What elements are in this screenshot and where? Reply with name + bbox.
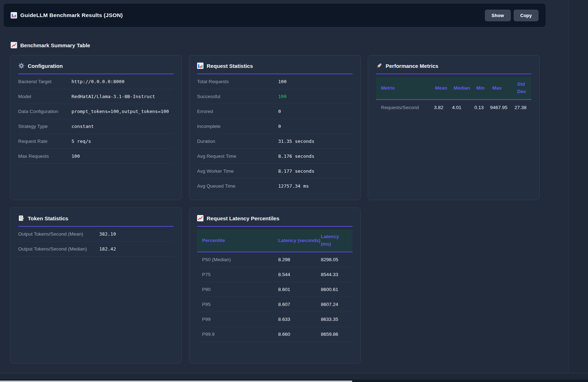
chart-up-icon <box>197 215 203 221</box>
stat-row: Avg Worker Time 8.177 seconds <box>197 164 353 179</box>
card-title: Request Statistics <box>207 63 253 69</box>
rocket-icon <box>376 63 382 69</box>
column-header: Mean <box>435 85 454 92</box>
performance-metrics-card: Performance Metrics Metric Mean Median M… <box>368 55 540 200</box>
topbar: GuideLLM Benchmark Results (JSON) Show C… <box>3 3 546 27</box>
row-value: prompt_tokens=100,output_tokens=100 <box>71 109 169 114</box>
stat-row: Duration 31.35 seconds <box>197 134 353 149</box>
bottom-light-strip <box>0 381 352 382</box>
row-value: constant <box>71 124 94 129</box>
row-label: Data Configuration <box>18 109 71 114</box>
performance-metrics-table: Metric Mean Median Min Max Std Dev Reque… <box>376 77 531 115</box>
row-value: 8.177 seconds <box>278 168 314 174</box>
row-value: 382.10 <box>99 231 116 237</box>
table-row: P95 8.607 8607.24 <box>197 297 353 312</box>
request-statistics-card: Request Statistics Total Requests 100 Su… <box>189 55 361 200</box>
latency-percentiles-card-title: Request Latency Percentiles <box>197 214 353 222</box>
column-header: Percentile <box>202 237 278 244</box>
row-label: Strategy Type <box>18 124 71 129</box>
token-row: Output Tokens/Second (Median) 182.42 <box>18 242 174 257</box>
stat-row: Total Requests 100 <box>197 74 353 89</box>
row-value: 8.176 seconds <box>278 154 314 159</box>
right-gutter <box>570 0 588 373</box>
page-title: GuideLLM Benchmark Results (JSON) <box>20 12 123 18</box>
request-statistics-card-title: Request Statistics <box>197 62 353 70</box>
column-header: Latency (seconds) <box>278 237 321 244</box>
section-title: Benchmark Summary Table <box>20 42 90 48</box>
table-row: Requests/Second 3.82 4.01 0.13 9467.95 2… <box>376 100 531 115</box>
row-label: Avg Request Time <box>197 154 278 159</box>
row-label: Incomplete <box>197 124 278 129</box>
metric-median: 4.01 <box>452 105 475 110</box>
row-label: Avg Queued Time <box>197 183 278 189</box>
config-row: Model RedHatAI/Llama-3.1-8B-Instruct <box>18 89 174 104</box>
config-row: Backend Target http://0.0.0.0:8000 <box>18 74 174 89</box>
row-label: Errored <box>197 109 278 114</box>
table-row: P75 8.544 8544.33 <box>197 267 353 282</box>
latency-seconds: 8.601 <box>278 287 321 292</box>
row-value: http://0.0.0.0:8000 <box>71 79 125 84</box>
configuration-card: Configuration Backend Target http://0.0.… <box>10 55 182 200</box>
row-value: 31.35 seconds <box>278 139 314 144</box>
row-label: Backend Target <box>18 79 71 84</box>
configuration-card-title: Configuration <box>18 62 174 70</box>
metric-std-dev: 27.38 <box>514 105 526 110</box>
latency-ms: 8659.86 <box>321 332 348 337</box>
column-header: Latency (ms) <box>321 233 348 248</box>
percentile-label: P75 <box>202 272 278 277</box>
topbar-title-wrap: GuideLLM Benchmark Results (JSON) <box>11 12 123 18</box>
chart-up-icon <box>11 42 17 48</box>
memo-icon <box>18 215 25 221</box>
gear-icon <box>18 63 25 69</box>
latency-seconds: 8.633 <box>278 317 321 322</box>
column-header: Metric <box>381 85 435 92</box>
latency-ms: 8633.35 <box>321 317 348 322</box>
percentile-label: P95 <box>202 302 278 307</box>
metric-max: 9467.95 <box>490 105 515 110</box>
token-statistics-rows: Output Tokens/Second (Mean) 382.10 Outpu… <box>18 227 174 257</box>
show-button[interactable]: Show <box>485 10 511 21</box>
row-label: Model <box>18 94 71 99</box>
performance-metrics-card-title: Performance Metrics <box>376 62 531 70</box>
latency-ms: 8298.05 <box>321 257 348 262</box>
row-label: Successful <box>197 94 278 99</box>
percentile-label: P99.9 <box>202 332 278 337</box>
column-header: Max <box>492 85 517 92</box>
latency-seconds: 8.607 <box>278 302 321 307</box>
card-title: Token Statistics <box>28 215 68 221</box>
row-label: Output Tokens/Second (Median) <box>18 246 99 252</box>
latency-ms: 8600.61 <box>321 287 348 292</box>
latency-ms: 8607.24 <box>321 302 348 307</box>
metric-name: Requests/Second <box>381 105 434 110</box>
row-value-success: 100 <box>278 94 286 99</box>
configuration-rows: Backend Target http://0.0.0.0:8000 Model… <box>18 74 174 164</box>
topbar-buttons: Show Copy <box>485 10 539 21</box>
row-value: 5 req/s <box>71 139 91 144</box>
row-label: Output Tokens/Second (Mean) <box>18 231 99 237</box>
row-value: 182.42 <box>99 246 116 252</box>
table-header-row: Metric Mean Median Min Max Std Dev <box>376 77 531 100</box>
config-row: Strategy Type constant <box>18 119 174 134</box>
percentile-label: P99 <box>202 317 278 322</box>
bar-chart-icon <box>197 63 203 69</box>
stat-row: Avg Request Time 8.176 seconds <box>197 149 353 164</box>
latency-seconds: 8.660 <box>278 332 321 337</box>
table-row: P99.9 8.660 8659.86 <box>197 327 353 342</box>
row-label: Max Requests <box>18 154 71 159</box>
config-row: Request Rate 5 req/s <box>18 134 174 149</box>
latency-percentiles-card: Request Latency Percentiles Percentile L… <box>189 208 361 364</box>
section-heading: Benchmark Summary Table <box>11 42 90 48</box>
accent-underline <box>197 226 353 227</box>
row-value: 100 <box>278 79 286 84</box>
copy-button[interactable]: Copy <box>514 10 539 21</box>
stat-row: Errored 0 <box>197 104 353 119</box>
table-row: P50 (Median) 8.298 8298.05 <box>197 252 353 267</box>
main-content: GuideLLM Benchmark Results (JSON) Show C… <box>0 0 569 373</box>
column-header: Std Dev <box>517 81 526 96</box>
latency-seconds: 8.298 <box>278 257 321 262</box>
metric-mean: 3.82 <box>434 105 452 110</box>
row-label: Duration <box>197 139 278 144</box>
token-statistics-card: Token Statistics Output Tokens/Second (M… <box>10 208 182 364</box>
table-row: P90 8.601 8600.61 <box>197 282 353 297</box>
percentile-label: P90 <box>202 287 278 292</box>
